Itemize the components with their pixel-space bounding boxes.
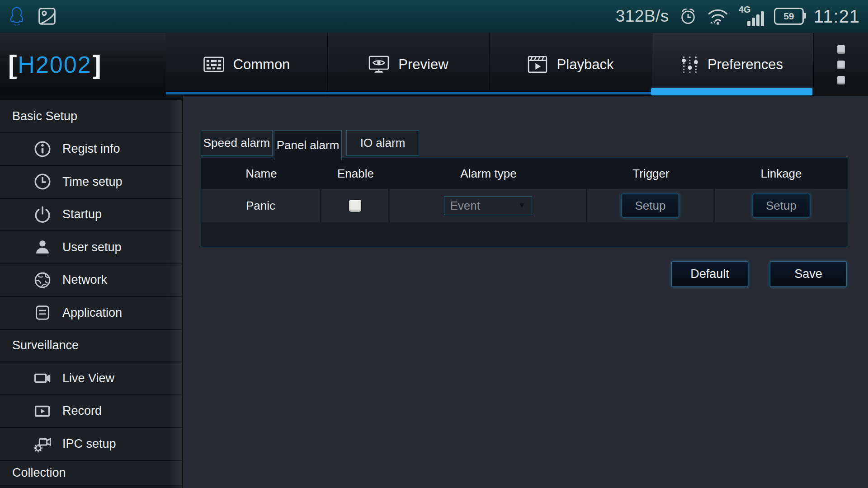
keyboard-grid-icon [203,56,224,73]
sidebar-item-time-setup[interactable]: Time setup [0,166,183,199]
sidebar-item-label: Network [62,273,107,287]
tab-label: Preferences [708,56,783,73]
sidebar-item-live-view[interactable]: Live View [0,362,183,395]
enable-checkbox[interactable] [349,200,361,212]
trigger-cell: Setup [587,189,715,222]
default-button[interactable]: Default [671,261,748,287]
sidebar-item-application[interactable]: Application [0,297,183,330]
linkage-cell: Setup [715,189,848,222]
column-header-enable: Enable [321,158,390,189]
clapperboard-icon [527,55,548,74]
info-icon [32,138,53,160]
tab-label: Preview [398,56,448,73]
alarm-type-dropdown[interactable]: Event ▼ [444,196,532,215]
sidebar-item-network[interactable]: Network [0,264,183,297]
logo-text: H2002 [17,53,92,76]
alarm-name-cell: Panic [201,189,321,222]
tab-playback[interactable]: Playback [489,33,651,96]
alarm-tab-io[interactable]: IO alarm [346,130,419,156]
logo-bracket-close: ] [93,52,101,78]
alarm-tab-speed[interactable]: Speed alarm [201,130,273,156]
sidebar-item-label: Application [62,306,122,320]
alarm-type-value: Event [450,199,481,213]
logo-bracket-open: [ [8,52,17,78]
sidebar-item-label: Startup [62,207,102,221]
wifi-icon [707,7,729,26]
tab-underline [166,92,651,94]
alarm-clock-icon [679,7,697,25]
sidebar-section-basic-setup: Basic Setup [0,100,183,133]
network-speed: 312B/s [616,7,669,26]
table-row: Panic Event ▼ Setup Setup [201,189,848,222]
sidebar-item-label: Time setup [62,175,123,189]
main-content: Speed alarm Panel alarm IO alarm Name En… [183,96,868,488]
sidebar-item-user-setup[interactable]: User setup [0,231,183,264]
status-bar-notifications [8,6,56,26]
globe-icon [32,269,53,291]
tab-label: Common [233,56,290,73]
signal-bars-icon: 4G [739,5,764,27]
sidebar-item-label: User setup [62,240,122,254]
clock-icon [32,171,53,192]
enable-cell [321,189,390,222]
tab-preview[interactable]: Preview [327,33,489,96]
sidebar-bottom-fill [0,486,183,488]
sidebar-item-record[interactable]: Record [0,395,183,428]
alarm-tab-panel[interactable]: Panel alarm [274,130,342,160]
sidebar-item-label: IPC setup [62,437,116,451]
column-header-linkage: Linkage [715,158,848,189]
battery-icon: 59 [774,8,804,25]
record-icon [32,400,53,422]
column-header-alarm-type: Alarm type [390,158,587,189]
sidebar-section-surveillance: Surveillance [0,330,183,363]
monitor-eye-icon [368,55,389,74]
tab-label: Playback [557,56,614,73]
column-header-name: Name [201,158,321,189]
app-list-icon [32,302,53,324]
alarm-type-cell: Event ▼ [390,189,587,222]
sidebar: Basic Setup Regist info Time setup [0,100,183,488]
app-header: [ H2002 ] Common [0,33,868,96]
app-logo: [ H2002 ] [0,33,166,96]
column-header-trigger: Trigger [587,158,715,189]
tab-common[interactable]: Common [166,33,327,96]
status-bar-indicators: 312B/s 4G 59 11:21 [616,5,860,27]
vertical-dots-icon [837,45,845,54]
save-button[interactable]: Save [770,261,847,287]
table-empty-area [201,222,848,247]
ipc-camera-gear-icon [32,433,53,455]
sidebar-item-label: Regist info [62,142,120,156]
sidebar-item-ipc-setup[interactable]: IPC setup [0,428,183,461]
chevron-down-icon: ▼ [518,201,526,210]
trigger-setup-button[interactable]: Setup [622,194,679,217]
table-header-row: Name Enable Alarm type Trigger Linkage [201,158,848,189]
sidebar-item-label: Live View [62,371,114,385]
status-bar: 312B/s 4G 59 11:21 [0,0,868,33]
sidebar-item-startup[interactable]: Startup [0,199,183,232]
qq-notification-icon [8,6,25,26]
user-icon [32,236,53,258]
panel-alarm-table: Name Enable Alarm type Trigger Linkage P… [201,158,848,247]
clock-time: 11:21 [814,6,860,27]
battery-level: 59 [783,11,794,22]
header-tabs: Common Preview [166,33,813,96]
power-icon [32,204,53,225]
sidebar-item-label: Record [62,404,102,418]
tab-preferences[interactable]: Preferences [651,33,813,96]
video-camera-icon [32,367,53,389]
overflow-menu-button[interactable] [813,33,868,96]
sidebar-section-collection: Collection [0,461,183,486]
linkage-setup-button[interactable]: Setup [753,194,810,217]
sliders-icon [681,56,698,74]
sidebar-item-regist-info[interactable]: Regist info [0,133,183,166]
gallery-icon [38,7,56,25]
active-tab-underline [651,88,812,95]
